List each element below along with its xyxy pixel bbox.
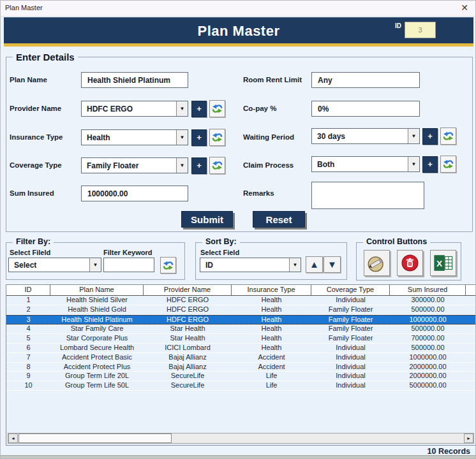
plan-master-window: Plan Master ✕ Plan Master ID 3 Enter Det… — [0, 0, 476, 459]
sort-down-icon: ▼ — [327, 259, 337, 270]
scroll-right-icon[interactable]: ► — [464, 433, 473, 443]
table-cell: 5 — [6, 334, 50, 343]
reset-button[interactable]: Reset — [253, 211, 305, 228]
sort-ascending-button[interactable]: ▲ — [306, 256, 323, 273]
table-cell: Star Corporate Plus — [50, 334, 144, 343]
table-cell: Family Floater — [311, 334, 390, 343]
refresh-claim-process-button[interactable] — [440, 156, 456, 173]
table-cell: Health Shield Gold — [50, 305, 144, 314]
table-row[interactable]: 9Group Term Life 20LSecureLifeLifeIndivi… — [6, 372, 475, 381]
table-row[interactable]: 10Group Term Life 50LSecureLifeLifeIndiv… — [6, 381, 475, 391]
table-cell: 500000.00 — [390, 324, 466, 333]
refresh-coverage-type-button[interactable] — [209, 157, 225, 174]
table-cell: 7 — [6, 353, 50, 362]
dropdown-arrow-icon[interactable]: ▼ — [408, 129, 419, 143]
insurance-type-dropdown[interactable]: Health ▼ — [81, 129, 188, 145]
window-bottom-edge — [1, 455, 475, 458]
refresh-insurance-type-button[interactable] — [209, 129, 225, 146]
column-header: Provider Name — [144, 285, 232, 295]
filter-field-dropdown[interactable]: Select ▼ — [8, 258, 101, 272]
provider-name-value: HDFC ERGO — [82, 105, 176, 113]
table-row[interactable]: 3Health Shield PlatinumHDFC ERGOHealthFa… — [6, 315, 475, 325]
sort-field-dropdown[interactable]: ID ▼ — [200, 258, 301, 272]
table-cell: Family Floater — [311, 324, 390, 333]
title-bar: Plan Master ✕ — [1, 1, 475, 17]
export-excel-button[interactable] — [430, 250, 456, 276]
sum-insured-label: Sum Insured — [10, 189, 54, 197]
table-cell: 1 — [6, 296, 50, 305]
table-cell: Accident Protect Basic — [50, 353, 144, 362]
close-icon[interactable]: ✕ — [461, 3, 468, 13]
table-cell: Individual — [311, 296, 390, 305]
filter-keyword-input[interactable] — [103, 258, 154, 272]
table-cell: 8 — [6, 363, 50, 372]
table-cell-filler — [466, 316, 475, 324]
scroll-left-icon[interactable]: ◄ — [8, 433, 18, 443]
table-row[interactable]: 5Star Corporate PlusStar HealthHealthFam… — [6, 334, 475, 344]
dropdown-arrow-icon[interactable]: ▼ — [176, 130, 188, 145]
dropdown-arrow-icon[interactable]: ▼ — [289, 258, 301, 272]
coverage-type-label: Coverage Type — [10, 161, 62, 169]
sort-field-value: ID — [200, 261, 289, 270]
edit-button[interactable] — [364, 250, 390, 276]
add-coverage-type-button[interactable]: + — [191, 157, 207, 174]
table-cell: 1000000.00 — [390, 316, 466, 324]
table-row[interactable]: 7Accident Protect BasicBajaj AllianzAcci… — [6, 353, 475, 363]
table-row[interactable]: 8Accident Protect PlusBajaj AllianzAccid… — [6, 363, 475, 372]
table-cell: Accident Protect Plus — [50, 363, 144, 372]
table-cell: 2 — [6, 305, 50, 314]
window-title: Plan Master — [5, 4, 43, 11]
table-cell: Health Shield Silver — [50, 296, 144, 305]
submit-button[interactable]: Submit — [181, 211, 233, 228]
coverage-type-dropdown[interactable]: Family Floater ▼ — [81, 157, 188, 173]
table-cell: 2000000.00 — [390, 372, 466, 381]
claim-process-value: Both — [312, 160, 408, 169]
copay-label: Co-pay % — [243, 105, 276, 112]
record-count: 10 Records — [428, 447, 470, 456]
add-claim-process-button[interactable]: + — [422, 156, 438, 173]
table-cell: Bajaj Allianz — [144, 363, 232, 372]
add-waiting-period-button[interactable]: + — [422, 128, 438, 145]
table-cell: Family Floater — [311, 305, 390, 314]
sort-by-legend: Sort By: — [202, 237, 240, 246]
dropdown-arrow-icon[interactable]: ▼ — [89, 258, 101, 272]
table-cell: Family Floater — [311, 316, 390, 324]
remarks-label: Remarks — [243, 189, 274, 197]
dropdown-arrow-icon[interactable]: ▼ — [408, 157, 419, 171]
dropdown-arrow-icon[interactable]: ▼ — [176, 158, 188, 173]
column-header: Plan Name — [50, 285, 144, 295]
delete-button[interactable] — [397, 250, 423, 276]
sync-icon — [211, 159, 223, 171]
id-field[interactable]: 3 — [405, 22, 436, 38]
add-provider-button[interactable]: + — [191, 101, 207, 117]
table-cell: Life — [232, 372, 311, 381]
remarks-input[interactable] — [311, 182, 424, 209]
provider-name-dropdown[interactable]: HDFC ERGO ▼ — [81, 101, 188, 117]
table-cell: Health — [232, 316, 311, 324]
sort-up-icon: ▲ — [309, 259, 319, 270]
filter-select-field-label: Select Fileld — [10, 249, 50, 256]
table-cell-filler — [466, 363, 475, 372]
dropdown-arrow-icon[interactable]: ▼ — [176, 101, 188, 116]
add-insurance-type-button[interactable]: + — [191, 129, 207, 146]
table-row[interactable]: 6Lombard Secure HealthICICI LombardHealt… — [6, 344, 475, 353]
refresh-provider-button[interactable] — [209, 100, 225, 117]
table-cell: Bajaj Allianz — [144, 353, 232, 362]
sort-descending-button[interactable]: ▼ — [324, 256, 341, 273]
table-row[interactable]: 2Health Shield GoldHDFC ERGOHealthFamily… — [6, 305, 475, 315]
horizontal-scrollbar[interactable]: ◄ ► — [8, 433, 474, 444]
sum-insured-input[interactable] — [81, 186, 188, 201]
apply-filter-button[interactable] — [160, 257, 176, 273]
copay-input[interactable] — [311, 101, 420, 117]
table-cell-filler — [466, 334, 475, 343]
claim-process-dropdown[interactable]: Both ▼ — [311, 156, 420, 172]
table-row[interactable]: 1Health Shield SilverHDFC ERGOHealthIndi… — [6, 296, 475, 305]
table-row[interactable]: 4Star Family CareStar HealthHealthFamily… — [6, 324, 475, 334]
refresh-waiting-period-button[interactable] — [440, 127, 456, 145]
plan-name-input[interactable] — [81, 72, 188, 88]
filter-by-legend: Filter By: — [13, 237, 54, 246]
room-rent-limit-input[interactable] — [311, 72, 420, 88]
scrollbar-thumb[interactable] — [19, 433, 172, 443]
waiting-period-dropdown[interactable]: 30 days ▼ — [311, 128, 420, 144]
insurance-type-value: Health — [82, 133, 176, 142]
